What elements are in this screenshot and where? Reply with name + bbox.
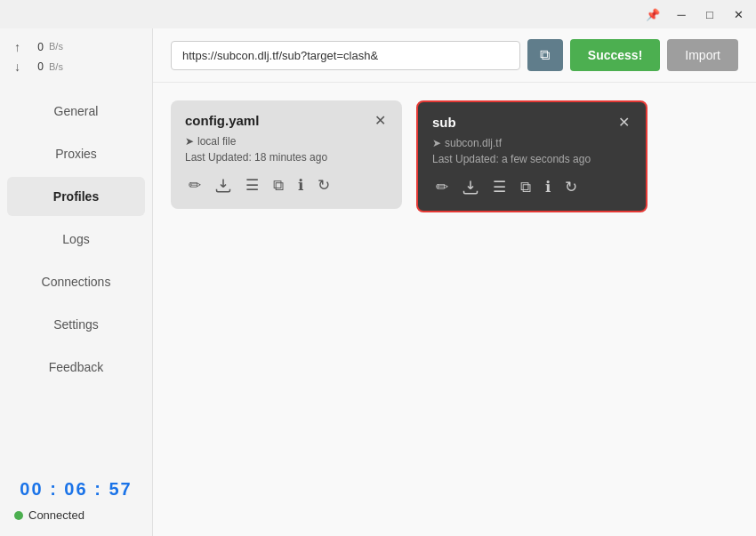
edit-button-sub[interactable]: ✏ — [432, 176, 452, 198]
copy-icon: ⧉ — [540, 47, 550, 63]
updated-time-sub: a few seconds ago — [502, 153, 591, 165]
download-traffic: ↓ 0 B/s — [14, 57, 138, 76]
profile-card-sub: sub ✕ ➤ subcon.dlj.tf Last Updated: a fe… — [416, 100, 647, 212]
sidebar-item-settings[interactable]: Settings — [7, 305, 145, 344]
titlebar: 📌 ─ □ ✕ — [0, 0, 756, 28]
main-content: ⧉ Success! Import config.yaml ✕ ➤ local … — [153, 28, 756, 536]
sidebar-item-logs[interactable]: Logs — [7, 220, 145, 259]
sidebar-item-proxies[interactable]: Proxies — [7, 134, 145, 173]
profiles-area: config.yaml ✕ ➤ local file Last Updated:… — [153, 83, 756, 536]
copy-button-sub[interactable]: ⧉ — [517, 177, 535, 198]
card-actions-sub: ✏ ☰ ⧉ ℹ ↻ — [432, 176, 631, 198]
sidebar-nav: General Proxies Profiles Logs Connection… — [0, 90, 152, 468]
card-header-sub: sub ✕ — [432, 115, 631, 130]
card-header-config: config.yaml ✕ — [185, 113, 388, 128]
download-button-config[interactable] — [212, 176, 235, 196]
info-button-sub[interactable]: ℹ — [542, 176, 554, 198]
app-body: ↑ 0 B/s ↓ 0 B/s General Proxies Profiles… — [0, 28, 756, 536]
card-close-config[interactable]: ✕ — [373, 114, 388, 128]
source-label-config: local file — [197, 135, 236, 148]
edit-button-config[interactable]: ✏ — [185, 174, 205, 196]
list-button-sub[interactable]: ☰ — [489, 176, 510, 198]
pin-button[interactable]: 📌 — [639, 2, 667, 27]
source-arrow-icon: ➤ — [185, 135, 194, 148]
sidebar-item-connections[interactable]: Connections — [7, 262, 145, 301]
refresh-button-config[interactable]: ↻ — [314, 174, 334, 196]
card-source-sub: ➤ subcon.dlj.tf — [432, 137, 631, 149]
upload-value: 0 — [26, 39, 44, 56]
info-button-config[interactable]: ℹ — [294, 174, 307, 196]
updated-time-config: 18 minutes ago — [254, 151, 327, 164]
upload-arrow-icon: ↑ — [14, 37, 20, 57]
card-title-sub: sub — [432, 115, 456, 130]
connection-status: Connected — [0, 505, 152, 536]
sidebar-item-general[interactable]: General — [7, 92, 145, 131]
sidebar-item-feedback[interactable]: Feedback — [7, 348, 145, 387]
traffic-info: ↑ 0 B/s ↓ 0 B/s — [0, 28, 152, 83]
card-updated-sub: Last Updated: a few seconds ago — [432, 153, 631, 165]
copy-button-config[interactable]: ⧉ — [269, 175, 287, 196]
card-source-config: ➤ local file — [185, 135, 388, 148]
card-actions-config: ✏ ☰ ⧉ ℹ ↻ — [185, 174, 388, 196]
list-button-config[interactable]: ☰ — [242, 174, 262, 196]
url-input[interactable] — [171, 41, 520, 70]
url-bar-area: ⧉ Success! Import — [153, 28, 756, 83]
success-button[interactable]: Success! — [570, 39, 660, 71]
status-dot-icon — [14, 511, 23, 520]
refresh-button-sub[interactable]: ↻ — [561, 176, 581, 198]
source-arrow-icon-sub: ➤ — [432, 137, 441, 149]
connection-timer: 00 : 06 : 57 — [0, 468, 152, 505]
upload-traffic: ↑ 0 B/s — [14, 37, 138, 57]
copy-url-button[interactable]: ⧉ — [527, 39, 563, 71]
profile-card-config: config.yaml ✕ ➤ local file Last Updated:… — [171, 100, 402, 209]
maximize-button[interactable]: □ — [696, 2, 724, 27]
status-label: Connected — [28, 508, 84, 522]
card-updated-config: Last Updated: 18 minutes ago — [185, 151, 388, 164]
source-label-sub: subcon.dlj.tf — [445, 137, 502, 149]
download-button-sub[interactable] — [459, 178, 482, 197]
upload-unit: B/s — [49, 39, 63, 55]
sidebar-item-profiles[interactable]: Profiles — [7, 177, 145, 216]
download-value: 0 — [26, 59, 44, 76]
minimize-button[interactable]: ─ — [667, 2, 696, 27]
sidebar: ↑ 0 B/s ↓ 0 B/s General Proxies Profiles… — [0, 28, 153, 536]
import-button[interactable]: Import — [667, 39, 738, 71]
download-arrow-icon: ↓ — [14, 57, 20, 76]
download-unit: B/s — [49, 60, 63, 76]
card-close-sub[interactable]: ✕ — [616, 116, 631, 130]
card-title-config: config.yaml — [185, 113, 259, 128]
close-button[interactable]: ✕ — [724, 2, 752, 27]
